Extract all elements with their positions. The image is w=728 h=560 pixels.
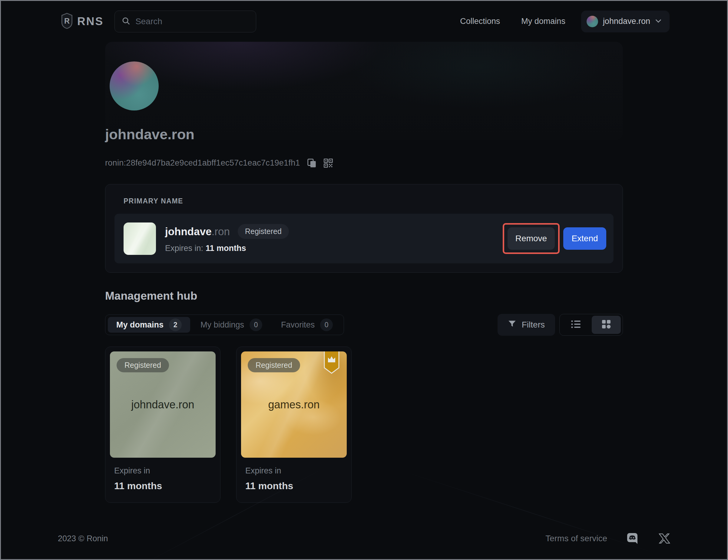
- search-icon: [121, 16, 131, 27]
- account-name: johndave.ron: [603, 17, 650, 26]
- card-expires-value: 11 months: [114, 480, 211, 492]
- page: R RNS Collections My domains johndave.ro…: [0, 0, 728, 560]
- x-twitter-icon[interactable]: [659, 533, 670, 544]
- primary-expires-value: 11 months: [206, 244, 246, 253]
- address-row: ronin:28fe94d7ba2e9ced1abff1ec57c1eac7c1…: [105, 158, 333, 168]
- domain-card-grid: Registered johndave.ron Expires in 11 mo…: [105, 346, 623, 503]
- account-avatar: [587, 16, 598, 27]
- domain-card-image: Registered games.ron: [241, 351, 347, 458]
- nav-collections[interactable]: Collections: [460, 17, 500, 26]
- domain-card-games[interactable]: Registered games.ron Expires in 11 month…: [236, 346, 352, 503]
- search-input[interactable]: [135, 17, 249, 26]
- crown-ribbon-icon: [324, 351, 339, 376]
- main-nav: Collections My domains: [460, 17, 565, 26]
- terms-of-service-link[interactable]: Terms of service: [545, 534, 607, 543]
- management-controls: My domains 2 My biddings 0 Favorites 0: [105, 314, 623, 336]
- card-status-badge: Registered: [248, 358, 300, 372]
- card-expires-value: 11 months: [245, 480, 342, 492]
- primary-domain-tld: .ron: [212, 226, 230, 237]
- svg-text:R: R: [64, 17, 70, 25]
- profile-hero: johndave.ron ronin:28fe94d7ba2e9ced1abff…: [105, 42, 623, 184]
- primary-domain-name: johndave.ron: [165, 226, 230, 238]
- account-menu[interactable]: johndave.ron: [581, 11, 670, 32]
- discord-icon[interactable]: [627, 532, 639, 545]
- tab-my-domains-count: 2: [169, 318, 182, 331]
- tab-favorites-count: 0: [320, 318, 333, 331]
- card-meta: Expires in 11 months: [110, 458, 216, 502]
- domain-card-image: Registered johndave.ron: [110, 351, 216, 458]
- wallet-address: ronin:28fe94d7ba2e9ced1abff1ec57c1eac7c1…: [105, 158, 300, 168]
- primary-domain-info: johndave.ron Registered Expires in:11 mo…: [165, 224, 289, 253]
- domain-thumbnail: [124, 223, 156, 255]
- grid-view-button[interactable]: [592, 316, 621, 334]
- nav-my-domains[interactable]: My domains: [521, 17, 565, 26]
- filter-icon: [508, 320, 516, 330]
- card-domain-name: games.ron: [268, 398, 319, 411]
- card-status-badge: Registered: [117, 358, 169, 372]
- profile-banner: [105, 42, 623, 140]
- domain-card-johndave[interactable]: Registered johndave.ron Expires in 11 mo…: [105, 346, 220, 503]
- tab-my-biddings[interactable]: My biddings 0: [192, 317, 271, 333]
- card-meta: Expires in 11 months: [241, 458, 347, 502]
- search-bar[interactable]: [114, 11, 256, 32]
- remove-button[interactable]: Remove: [508, 227, 555, 250]
- card-expires-label: Expires in: [114, 466, 211, 475]
- profile-avatar: [110, 61, 159, 111]
- footer: 2023 © Ronin Terms of service: [1, 526, 727, 559]
- list-view-icon: [571, 320, 581, 330]
- management-hub-title: Management hub: [105, 290, 623, 302]
- brand-name: RNS: [77, 15, 104, 28]
- header: R RNS Collections My domains johndave.ro…: [1, 1, 727, 42]
- filters-button[interactable]: Filters: [498, 314, 555, 336]
- tab-my-domains[interactable]: My domains 2: [108, 317, 190, 333]
- tab-bar: My domains 2 My biddings 0 Favorites 0: [105, 314, 344, 335]
- primary-actions: Remove Extend: [503, 223, 606, 254]
- status-badge: Registered: [238, 224, 289, 239]
- content: johndave.ron ronin:28fe94d7ba2e9ced1abff…: [105, 42, 623, 526]
- copyright-text: 2023 © Ronin: [58, 534, 108, 543]
- qr-code-icon[interactable]: [324, 159, 333, 168]
- card-domain-name: johndave.ron: [131, 398, 194, 411]
- primary-domain-row: johndave.ron Registered Expires in:11 mo…: [114, 214, 614, 264]
- rns-logo-icon: R: [61, 12, 73, 31]
- list-view-button[interactable]: [561, 316, 591, 334]
- primary-section-label: PRIMARY NAME: [124, 197, 614, 205]
- primary-expires: Expires in:11 months: [165, 244, 289, 253]
- copy-icon[interactable]: [307, 159, 316, 168]
- tab-favorites[interactable]: Favorites 0: [273, 317, 341, 333]
- view-toggle: [559, 314, 623, 336]
- card-expires-label: Expires in: [245, 466, 342, 475]
- annotation-highlight: Remove: [503, 223, 560, 254]
- brand[interactable]: R RNS: [61, 12, 104, 31]
- extend-button[interactable]: Extend: [563, 227, 606, 250]
- page-title: johndave.ron: [105, 126, 194, 143]
- primary-name-card: PRIMARY NAME johndave.ron Registered Exp…: [105, 184, 623, 273]
- grid-view-icon: [601, 319, 611, 330]
- tab-my-biddings-count: 0: [250, 318, 262, 331]
- chevron-down-icon: [655, 19, 662, 24]
